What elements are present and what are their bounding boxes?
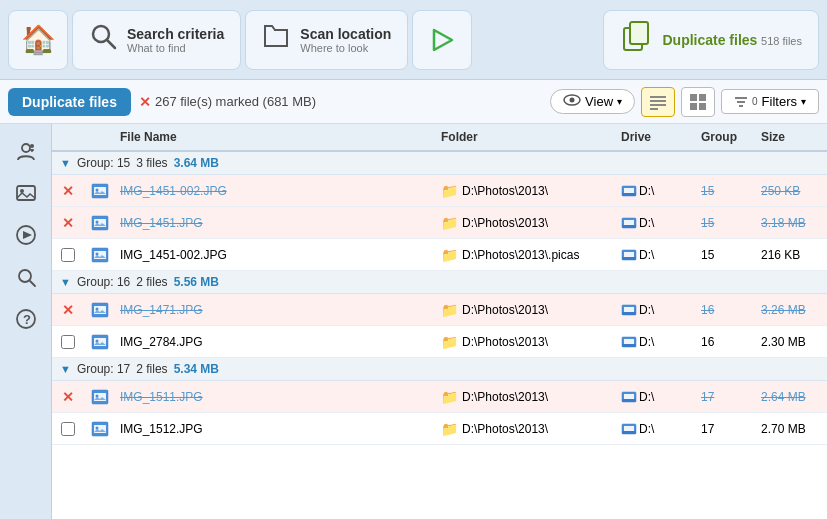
svg-rect-71 (622, 431, 636, 434)
grid-view-button[interactable] (681, 87, 715, 117)
sidebar-item-users[interactable] (7, 132, 45, 170)
row-checkbox[interactable] (61, 335, 75, 349)
home-button[interactable]: 🏠 (8, 10, 68, 70)
play-button[interactable] (412, 10, 472, 70)
drive-cell: D:\ (617, 303, 697, 317)
size-cell: 3.26 MB (757, 303, 827, 317)
row-checkbox[interactable] (61, 248, 75, 262)
group-16-count: 2 files (136, 275, 167, 289)
row-icon-5 (84, 333, 116, 351)
file-table: File Name Folder Drive Group Size ▼ Grou… (52, 124, 827, 519)
marked-text: 267 file(s) marked (681 MB) (155, 94, 316, 109)
row-checkbox[interactable] (61, 422, 75, 436)
svg-rect-47 (622, 257, 636, 260)
row-mark-5[interactable] (52, 335, 84, 349)
group-15-label: Group: 15 (77, 156, 130, 170)
sidebar-item-video[interactable] (7, 216, 45, 254)
row-mark-1[interactable]: ✕ (52, 183, 84, 199)
svg-marker-2 (434, 30, 452, 50)
group-cell: 15 (697, 216, 757, 230)
svg-rect-10 (650, 108, 658, 110)
drive-icon (621, 248, 637, 262)
table-row: ✕ IMG_1451-002.JPG 📁 D:\Photos\2013\ D:\… (52, 175, 827, 207)
row-icon-3 (84, 246, 116, 264)
duplicate-files-count: 518 files (761, 35, 802, 47)
image-file-icon (91, 214, 109, 232)
duplicate-files-toolbar-icon (620, 20, 652, 59)
drive-icon (621, 422, 637, 436)
row-mark-4[interactable]: ✕ (52, 302, 84, 318)
svg-rect-22 (17, 186, 35, 200)
scan-location-button[interactable]: Scan location Where to look (245, 10, 408, 70)
x-mark-icon[interactable]: ✕ (62, 215, 74, 231)
row-mark-2[interactable]: ✕ (52, 215, 84, 231)
group-17-chevron[interactable]: ▼ (60, 363, 71, 375)
col-header-check (52, 130, 84, 144)
sidebar-item-help[interactable]: ? (7, 300, 45, 338)
svg-rect-59 (622, 344, 636, 347)
x-mark-icon[interactable]: ✕ (62, 389, 74, 405)
image-file-icon (91, 246, 109, 264)
svg-rect-46 (624, 252, 634, 257)
drive-cell: D:\ (617, 335, 697, 349)
svg-rect-7 (650, 96, 666, 98)
size-cell: 3.18 MB (757, 216, 827, 230)
scan-location-sublabel: Where to look (300, 42, 391, 54)
row-icon-6 (84, 388, 116, 406)
x-mark-icon[interactable]: ✕ (62, 183, 74, 199)
action-bar: Duplicate files ✕ 267 file(s) marked (68… (0, 80, 827, 124)
svg-rect-64 (624, 394, 634, 399)
drive-cell: D:\ (617, 422, 697, 436)
x-mark-icon[interactable]: ✕ (62, 302, 74, 318)
svg-rect-14 (699, 103, 706, 110)
filters-chevron-icon: ▾ (801, 96, 806, 107)
main-content: ? File Name Folder Drive Group Size ▼ Gr… (0, 124, 827, 519)
group-row: ▼ Group: 15 3 files 3.64 MB (52, 152, 827, 175)
svg-line-1 (107, 40, 115, 48)
table-header: File Name Folder Drive Group Size (52, 124, 827, 152)
action-bar-right: View ▾ 0 Fi (550, 87, 819, 117)
drive-cell: D:\ (617, 390, 697, 404)
image-file-icon (91, 182, 109, 200)
filters-button[interactable]: 0 Filters ▾ (721, 89, 819, 114)
svg-line-27 (30, 281, 35, 286)
group-row: ▼ Group: 16 2 files 5.56 MB (52, 271, 827, 294)
size-cell: 216 KB (757, 248, 827, 262)
image-file-icon (91, 301, 109, 319)
table-row: IMG_1512.JPG 📁 D:\Photos\2013\ D:\ 17 2.… (52, 413, 827, 445)
search-criteria-sublabel: What to find (127, 42, 224, 54)
svg-rect-70 (624, 426, 634, 431)
svg-rect-53 (622, 312, 636, 315)
sidebar-item-images[interactable] (7, 174, 45, 212)
drive-cell: D:\ (617, 216, 697, 230)
row-mark-7[interactable] (52, 422, 84, 436)
folder-cell: 📁 D:\Photos\2013\ (437, 421, 617, 437)
row-mark-3[interactable] (52, 248, 84, 262)
group-15-chevron[interactable]: ▼ (60, 157, 71, 169)
filename-cell: IMG_1451-002.JPG (116, 248, 437, 262)
folder-cell: 📁 D:\Photos\2013\ (437, 334, 617, 350)
row-icon-4 (84, 301, 116, 319)
sidebar-item-search[interactable] (7, 258, 45, 296)
folder-icon: 📁 (441, 247, 458, 263)
size-cell: 2.30 MB (757, 335, 827, 349)
svg-rect-52 (624, 307, 634, 312)
folder-cell: 📁 D:\Photos\2013\ (437, 215, 617, 231)
play-icon (428, 26, 456, 54)
group-16-chevron[interactable]: ▼ (60, 276, 71, 288)
filename-cell: IMG_1471.JPG (116, 303, 437, 317)
list-view-button[interactable] (641, 87, 675, 117)
group-17-size: 5.34 MB (174, 362, 219, 376)
scan-location-icon (262, 22, 290, 57)
duplicate-files-button[interactable]: Duplicate files (8, 88, 131, 116)
col-header-group: Group (697, 130, 757, 144)
row-mark-6[interactable]: ✕ (52, 389, 84, 405)
table-row: ✕ IMG_1451.JPG 📁 D:\Photos\2013\ D:\ 15 (52, 207, 827, 239)
view-button[interactable]: View ▾ (550, 89, 635, 114)
filter-icon (734, 95, 748, 109)
folder-icon: 📁 (441, 302, 458, 318)
col-header-size: Size (757, 130, 827, 144)
group-cell: 17 (697, 390, 757, 404)
search-criteria-button[interactable]: Search criteria What to find (72, 10, 241, 70)
eye-icon (563, 94, 581, 109)
